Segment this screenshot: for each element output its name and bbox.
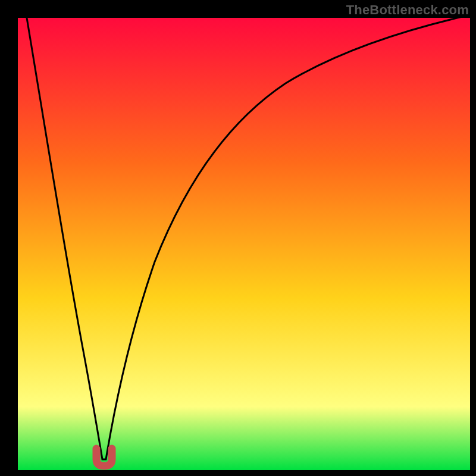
watermark-text: TheBottleneck.com: [346, 2, 469, 18]
chart-frame: TheBottleneck.com: [0, 0, 476, 476]
gradient-fill: [18, 18, 470, 470]
plot-area: [18, 18, 470, 470]
